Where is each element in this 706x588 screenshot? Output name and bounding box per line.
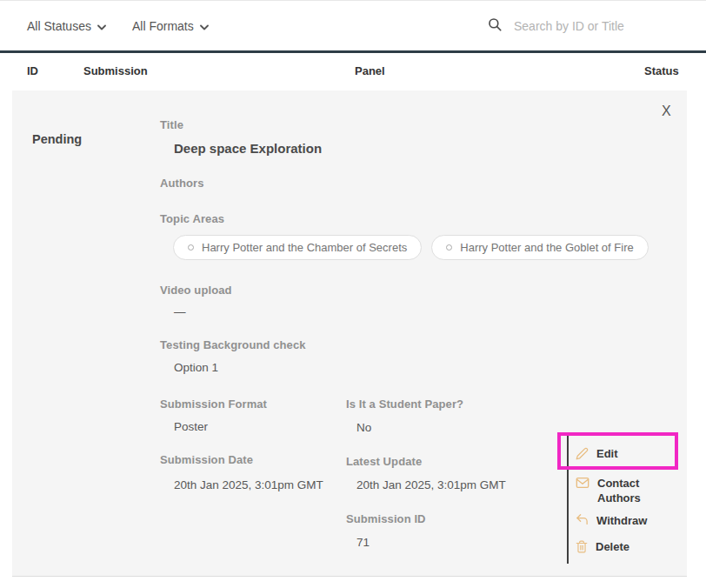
topic-chips: Harry Potter and the Chamber of Secrets … bbox=[173, 235, 649, 260]
background-check-value: Option 1 bbox=[174, 361, 218, 374]
submission-id-label: Submission ID bbox=[346, 512, 426, 525]
undo-icon bbox=[576, 513, 589, 529]
format-filter-dropdown[interactable]: All Formats bbox=[132, 19, 209, 33]
topic-chip: Harry Potter and the Goblet of Fire bbox=[431, 235, 648, 260]
close-icon[interactable]: X bbox=[656, 102, 676, 121]
circle-icon bbox=[446, 244, 452, 251]
submission-date-value: 20th Jan 2025, 3:01pm GMT bbox=[174, 478, 323, 491]
withdraw-button[interactable]: Withdraw bbox=[576, 513, 647, 529]
topic-chip: Harry Potter and the Chamber of Secrets bbox=[173, 235, 422, 260]
edit-button-label: Edit bbox=[596, 446, 618, 461]
column-header-status: Status bbox=[644, 64, 679, 77]
contact-authors-button[interactable]: Contact Authors bbox=[576, 476, 651, 505]
chevron-down-icon bbox=[97, 19, 106, 33]
contact-authors-button-label: Contact Authors bbox=[597, 476, 651, 505]
title-label: Title bbox=[160, 118, 183, 131]
submission-format-label: Submission Format bbox=[160, 398, 267, 411]
search-box bbox=[487, 1, 679, 51]
edit-button[interactable]: Edit bbox=[576, 446, 618, 463]
delete-button[interactable]: Delete bbox=[576, 539, 629, 556]
student-paper-label: Is It a Student Paper? bbox=[346, 398, 463, 411]
column-header-submission: Submission bbox=[83, 64, 148, 77]
circle-icon bbox=[188, 244, 194, 251]
video-upload-value: — bbox=[174, 305, 186, 318]
video-upload-label: Video upload bbox=[160, 284, 232, 297]
topic-chip-label: Harry Potter and the Goblet of Fire bbox=[460, 241, 633, 254]
action-menu: Edit Contact Authors Withdraw Delete bbox=[567, 435, 691, 564]
latest-update-label: Latest Update bbox=[346, 455, 422, 468]
envelope-icon bbox=[576, 476, 589, 491]
submission-id-value: 71 bbox=[356, 536, 370, 549]
status-badge: Pending bbox=[32, 132, 82, 146]
submission-format-value: Poster bbox=[174, 420, 208, 433]
status-filter-label: All Statuses bbox=[27, 19, 91, 33]
authors-label: Authors bbox=[160, 177, 204, 190]
table-header: ID Submission Panel Status bbox=[0, 53, 706, 90]
pencil-icon bbox=[576, 446, 589, 463]
latest-update-value: 20th Jan 2025, 3:01pm GMT bbox=[356, 478, 506, 491]
submission-date-label: Submission Date bbox=[160, 453, 253, 466]
title-value: Deep space Exploration bbox=[174, 141, 322, 156]
topic-areas-label: Topic Areas bbox=[160, 212, 224, 225]
column-header-id: ID bbox=[27, 64, 38, 77]
submission-detail-panel: Pending X Title Deep space Exploration A… bbox=[12, 90, 687, 577]
filter-toolbar: All Statuses All Formats bbox=[0, 0, 706, 53]
delete-button-label: Delete bbox=[596, 539, 629, 554]
submissions-page: All Statuses All Formats ID Submission P… bbox=[0, 0, 706, 588]
search-icon bbox=[487, 17, 503, 36]
topic-chip-label: Harry Potter and the Chamber of Secrets bbox=[202, 241, 407, 254]
column-header-panel: Panel bbox=[355, 64, 385, 77]
format-filter-label: All Formats bbox=[132, 19, 194, 33]
status-filter-dropdown[interactable]: All Statuses bbox=[27, 19, 106, 33]
search-input[interactable] bbox=[514, 19, 679, 33]
student-paper-value: No bbox=[356, 421, 371, 434]
chevron-down-icon bbox=[200, 19, 209, 33]
withdraw-button-label: Withdraw bbox=[596, 513, 647, 528]
background-check-label: Testing Background check bbox=[160, 338, 306, 351]
trash-icon bbox=[576, 539, 588, 556]
